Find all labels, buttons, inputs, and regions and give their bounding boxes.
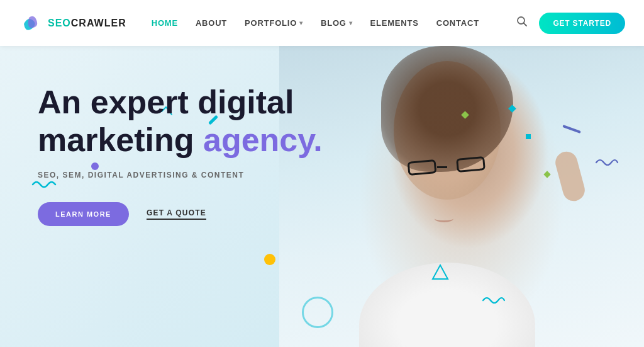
deco-yellow-dot	[264, 254, 275, 265]
nav-item-home[interactable]: HOME	[152, 18, 178, 28]
hero-section: An expert digital marketing agency. SEO,…	[0, 46, 644, 347]
logo-text: SEOCRAWLER	[48, 18, 126, 29]
deco-teal-wave-bottom	[482, 294, 506, 309]
search-icon[interactable]	[516, 16, 528, 30]
nav-right: GET STARTED	[516, 13, 625, 34]
hero-heading: An expert digital marketing agency.	[38, 84, 327, 159]
hero-buttons: LEARN MORE GET A QUOTE	[38, 202, 327, 226]
logo-icon	[19, 11, 43, 35]
nav-item-elements[interactable]: ELEMENTS	[370, 18, 419, 28]
get-started-button[interactable]: GET STARTED	[539, 13, 625, 34]
svg-line-1	[524, 23, 527, 26]
get-quote-link[interactable]: GET A QUOTE	[147, 208, 206, 220]
deco-teal-small	[526, 134, 531, 139]
nav-item-blog[interactable]: BLOG ▾	[321, 18, 353, 28]
hero-image	[279, 46, 644, 347]
deco-triangle	[431, 264, 449, 284]
nav-item-portfolio[interactable]: PORTFOLIO ▾	[245, 18, 303, 28]
deco-small-square-teal	[509, 106, 515, 111]
deco-small-square-green	[545, 172, 550, 177]
nav-links: HOME ABOUT PORTFOLIO ▾ BLOG ▾ ELEMENTS C…	[152, 18, 517, 28]
hero-content: An expert digital marketing agency. SEO,…	[38, 84, 327, 226]
portfolio-chevron-icon: ▾	[299, 20, 303, 26]
blog-chevron-icon: ▾	[349, 20, 353, 26]
hero-photo	[279, 46, 644, 347]
hero-subtext: SEO, SEM, DIGITAL ADVERTISING & CONTENT	[38, 171, 327, 179]
deco-wave-right	[595, 156, 619, 171]
nav-item-about[interactable]: ABOUT	[196, 18, 227, 28]
svg-marker-2	[433, 265, 448, 279]
deco-circle-outline	[302, 297, 333, 328]
logo[interactable]: SEOCRAWLER	[19, 11, 126, 35]
learn-more-button[interactable]: LEARN MORE	[38, 202, 129, 226]
nav-item-contact[interactable]: CONTACT	[436, 18, 479, 28]
navbar: SEOCRAWLER HOME ABOUT PORTFOLIO ▾ BLOG ▾…	[0, 0, 644, 46]
